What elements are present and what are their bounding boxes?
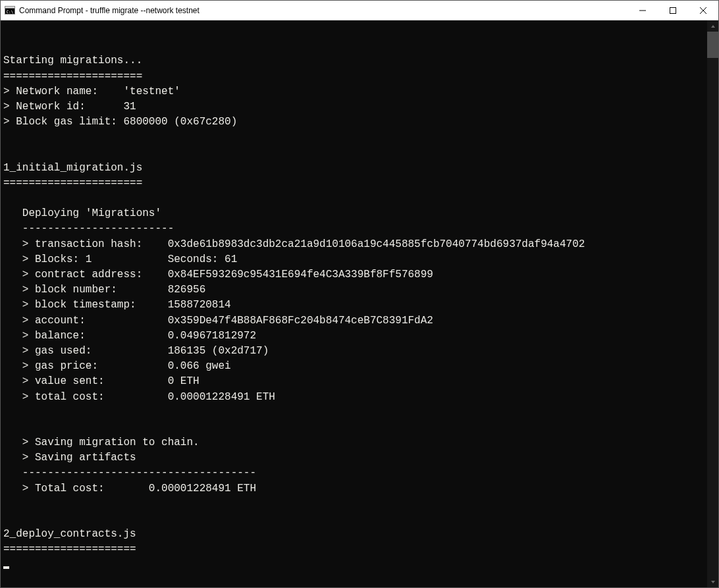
svg-text:C:\: C:\ (7, 9, 14, 13)
line: > Saving artifacts (3, 452, 136, 464)
line: ------------------------------------- (3, 467, 256, 479)
line: > Saving migration to chain. (3, 437, 200, 448)
terminal-area: Starting migrations... =================… (1, 20, 718, 587)
line: > Network id: 31 (3, 101, 136, 113)
vertical-scrollbar[interactable] (707, 20, 718, 587)
scroll-track[interactable] (707, 32, 718, 576)
line: 1_initial_migration.js (3, 162, 142, 174)
line: > contract address: 0x84EF593269c95431E6… (3, 269, 433, 281)
line: > total cost: 0.00001228491 ETH (3, 391, 275, 403)
line: ===================== (3, 543, 136, 555)
line: > gas price: 0.066 gwei (3, 360, 231, 372)
cmd-icon: C:\ (5, 5, 15, 16)
scroll-thumb[interactable] (707, 32, 718, 58)
line: > Network name: 'testnet' (3, 86, 180, 97)
window-title: Command Prompt - truffle migrate --netwo… (19, 6, 200, 15)
scroll-up-button[interactable] (707, 20, 718, 32)
svg-marker-7 (711, 25, 715, 28)
line: > block timestamp: 1588720814 (3, 299, 231, 311)
title-bar[interactable]: C:\ Command Prompt - truffle migrate --n… (1, 1, 718, 20)
terminal-output[interactable]: Starting migrations... =================… (1, 20, 707, 587)
svg-rect-1 (5, 6, 15, 8)
line: > gas used: 186135 (0x2d717) (3, 345, 269, 357)
line: > Blocks: 1 Seconds: 61 (3, 254, 237, 265)
window-controls (627, 1, 718, 20)
line: > account: 0x359De47f4B88AF868Fc204b8474… (3, 315, 433, 327)
line: > Total cost: 0.00001228491 ETH (3, 483, 256, 494)
line: ====================== (3, 70, 142, 82)
line: > Block gas limit: 6800000 (0x67c280) (3, 116, 237, 128)
svg-marker-8 (711, 581, 715, 583)
line: > value sent: 0 ETH (3, 375, 200, 387)
close-button[interactable] (688, 1, 718, 20)
window-frame: C:\ Command Prompt - truffle migrate --n… (0, 0, 719, 588)
line: > balance: 0.049671812972 (3, 330, 256, 342)
line: ------------------------ (3, 223, 174, 234)
line: Deploying 'Migrations' (3, 207, 161, 219)
line: > block number: 826956 (3, 284, 205, 296)
maximize-button[interactable] (658, 1, 688, 20)
minimize-button[interactable] (627, 1, 658, 20)
scroll-down-button[interactable] (707, 576, 718, 587)
cursor (3, 566, 9, 569)
line: 2_deploy_contracts.js (3, 528, 136, 540)
line: > transaction hash: 0x3de61b8983dc3db2ca… (3, 238, 585, 250)
svg-rect-4 (670, 7, 676, 13)
line: ====================== (3, 177, 142, 189)
line: Starting migrations... (3, 55, 142, 67)
